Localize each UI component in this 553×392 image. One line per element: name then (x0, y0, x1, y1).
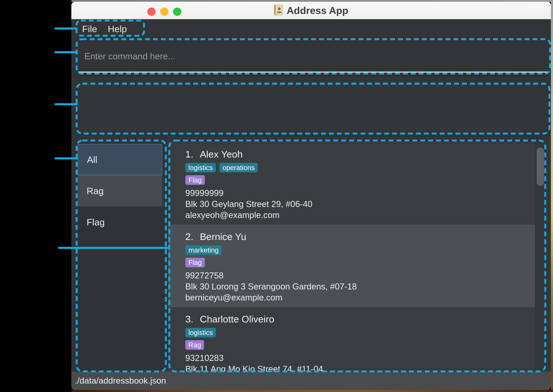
main-split-area: All Rag Flag 1. Alex Yeoh logisticsopera… (71, 138, 551, 371)
address-book-icon (274, 5, 283, 16)
person-address: Blk 11 Ang Mo Kio Street 74, #11-04 (185, 364, 528, 371)
tag-list-item-all[interactable]: All (78, 144, 162, 175)
tag-list-item-label: All (87, 154, 97, 165)
tag-badge: logistics (185, 328, 216, 337)
annotation-pointer-command-box (55, 51, 77, 53)
person-tags: logisticsoperations (185, 163, 528, 173)
person-email: berniceyu@example.com (185, 292, 528, 303)
tag-list-item-label: Flag (87, 217, 105, 227)
status-bar-file-path: ./data/addressbook.json (75, 376, 166, 386)
person-name: Charlotte Oliveiro (200, 314, 274, 325)
tag-list-panel: All Rag Flag (78, 142, 163, 371)
tag-badge: logistics (185, 163, 216, 173)
person-name-line: 3. Charlotte Oliveiro (185, 313, 528, 325)
person-name-line: 2. Bernice Yu (185, 231, 528, 242)
title-group: Address App (71, 2, 551, 19)
person-name: Bernice Yu (200, 231, 246, 242)
tag-list-item-flag[interactable]: Flag (78, 206, 162, 238)
person-flag-tag-row: Rag (185, 340, 528, 350)
person-name: Alex Yeoh (200, 149, 243, 160)
person-list: 1. Alex Yeoh logisticsoperations Flag 99… (168, 142, 535, 371)
person-phone: 99999999 (185, 188, 528, 199)
annotation-pointer-person-list (58, 247, 170, 249)
person-tags: logistics (185, 328, 528, 337)
result-display[interactable] (78, 81, 548, 135)
person-name-line: 1. Alex Yeoh (185, 148, 528, 160)
command-box-section (71, 38, 551, 76)
flag-badge: Flag (185, 258, 205, 267)
status-bar: ./data/addressbook.json (71, 371, 551, 390)
person-phone: 93210283 (185, 352, 528, 364)
menu-bar: File Help (71, 19, 551, 38)
flag-badge: Flag (185, 175, 205, 185)
tag-badge: marketing (185, 245, 222, 255)
menu-item-file[interactable]: File (82, 23, 97, 34)
tag-badge: operations (219, 163, 258, 173)
person-address: Blk 30 Lorong 3 Serangoon Gardens, #07-1… (185, 281, 528, 292)
wallpaper-bottom-strip (71, 390, 553, 392)
wallpaper-right-strip (551, 0, 553, 392)
person-tags: marketing (185, 245, 528, 255)
person-flag-tag-row: Flag (185, 258, 528, 267)
result-display-section (71, 76, 551, 138)
window-title: Address App (287, 5, 348, 16)
flag-badge: Rag (185, 340, 204, 350)
person-index: 1. (185, 149, 193, 160)
person-flag-tag-row: Flag (185, 175, 528, 185)
person-phone: 99272758 (185, 270, 528, 281)
command-input[interactable] (78, 43, 550, 69)
command-input-underline (78, 72, 549, 72)
app-window: Address App File Help All Rag Flag (71, 2, 551, 390)
person-index: 2. (185, 231, 193, 242)
person-card-1[interactable]: 1. Alex Yeoh logisticsoperations Flag 99… (168, 142, 535, 225)
person-email: alexyeoh@example.com (185, 210, 528, 221)
person-index: 3. (185, 314, 193, 325)
annotation-pointer-result-display (55, 103, 77, 105)
annotation-pointer-menu-bar (55, 28, 77, 29)
person-card-3[interactable]: 3. Charlotte Oliveiro logistics Rag 9321… (168, 307, 535, 371)
window-titlebar: Address App (71, 2, 551, 19)
scrollbar-track[interactable] (535, 142, 550, 371)
tag-list-item-rag[interactable]: Rag (78, 175, 162, 206)
annotation-pointer-tag-list (55, 157, 78, 159)
tag-list-item-label: Rag (87, 186, 104, 196)
person-address: Blk 30 Geylang Street 29, #06-40 (185, 199, 528, 210)
person-list-panel: 1. Alex Yeoh logisticsoperations Flag 99… (168, 142, 550, 371)
person-card-2[interactable]: 2. Bernice Yu marketing Flag 99272758 Bl… (168, 225, 535, 307)
menu-item-help[interactable]: Help (108, 23, 127, 34)
scrollbar-thumb[interactable] (537, 147, 544, 186)
